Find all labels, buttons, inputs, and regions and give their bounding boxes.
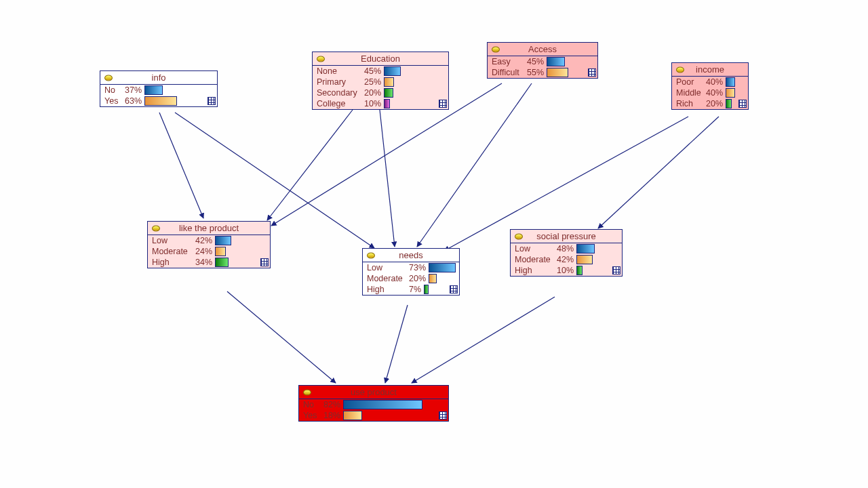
tag-icon	[676, 66, 684, 73]
table-icon	[439, 411, 447, 420]
node-title: needs	[399, 250, 422, 260]
table-icon	[738, 100, 747, 108]
node-access[interactable]: Access Easy45% Difficult55%	[487, 42, 598, 79]
node-social-pressure[interactable]: social pressure Low48% Moderate42% High1…	[510, 229, 623, 277]
node-use-product[interactable]: use product No82% Yes18%	[298, 385, 449, 422]
table-icon	[439, 100, 447, 108]
svg-line-0	[159, 113, 203, 218]
node-title: Access	[528, 44, 557, 54]
node-title: like the product	[179, 223, 239, 233]
tag-icon	[152, 225, 160, 231]
tag-icon	[104, 75, 113, 81]
node-title: income	[696, 64, 724, 75]
svg-line-8	[227, 291, 336, 383]
node-title: social pressure	[536, 231, 595, 241]
node-needs[interactable]: needs Low73% Moderate20% High7%	[362, 248, 460, 296]
table-icon	[208, 97, 216, 105]
tag-icon	[492, 46, 500, 52]
svg-line-3	[380, 110, 395, 247]
svg-line-7	[598, 117, 719, 228]
tag-icon	[303, 389, 311, 395]
node-income[interactable]: income Poor40% Middle40% Rich20%	[671, 62, 749, 110]
node-info[interactable]: info No37% Yes63%	[100, 70, 218, 107]
svg-line-10	[412, 297, 555, 383]
node-education[interactable]: Education None45% Primary25% Secondary20…	[312, 52, 449, 110]
table-icon	[588, 68, 596, 77]
node-like-product[interactable]: like the product Low42% Moderate24% High…	[147, 221, 271, 268]
node-title: info	[152, 73, 166, 83]
tag-icon	[317, 56, 325, 62]
tag-icon	[367, 252, 375, 258]
node-title: Education	[361, 54, 400, 64]
svg-line-2	[267, 110, 353, 220]
table-icon	[612, 266, 620, 274]
svg-line-9	[385, 305, 408, 383]
node-title: use product	[351, 387, 397, 397]
diagram-canvas: info No37% Yes63% Education None45% Prim…	[0, 0, 868, 488]
table-icon	[260, 258, 269, 266]
tag-icon	[515, 233, 523, 239]
table-icon	[450, 285, 458, 293]
